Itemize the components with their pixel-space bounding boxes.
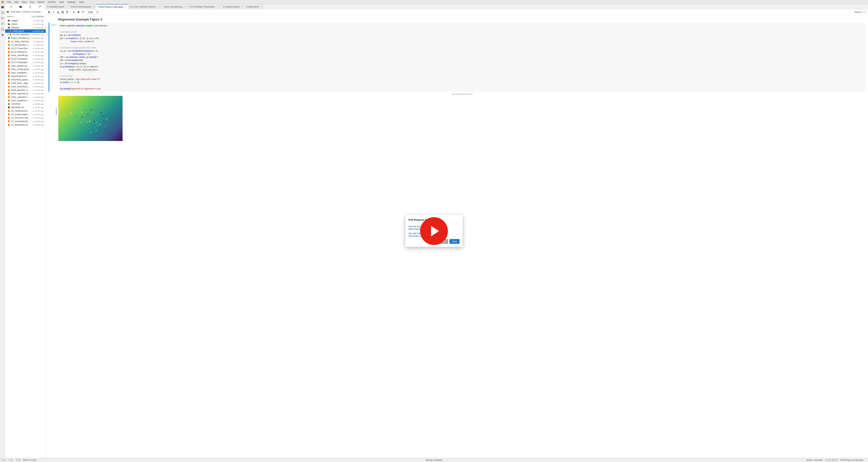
- file-row[interactable]: extra_autodiff.ipy...a month ago: [5, 54, 45, 57]
- markdown-heading[interactable]: Regression Example Figure 3: [58, 18, 865, 21]
- file-row[interactable]: 01_the_machine_l...5 minutes ago: [5, 33, 45, 36]
- close-icon[interactable]: [159, 6, 161, 8]
- scatter-point: [78, 118, 79, 120]
- close-icon[interactable]: [260, 6, 262, 8]
- commands-icon[interactable]: [1, 22, 4, 25]
- sort-name-header[interactable]: Name▲: [7, 15, 15, 18]
- file-row[interactable]: 14_recurrent_neu...a month ago: [5, 116, 45, 120]
- file-row[interactable]: extra_tensorflow_...a month ago: [5, 85, 45, 88]
- menu-view[interactable]: View: [20, 0, 28, 4]
- file-type-icon: [9, 33, 12, 36]
- file-row[interactable]: 13_convolutional_...a month ago: [5, 120, 45, 123]
- file-row[interactable]: 04.11-Settings-a...a month ago: [5, 50, 45, 54]
- menu-kernel[interactable]: Kernel: [36, 0, 46, 4]
- upload-button[interactable]: [29, 5, 32, 8]
- code-editor[interactable]: from matplotlib.collections import LineC…: [58, 23, 865, 92]
- file-row[interactable]: 04.12-Three-Dim...a month ago: [5, 47, 45, 50]
- tab[interactable]: example2.ipynb: [46, 4, 69, 9]
- file-row[interactable]: 04.14-Visualizati...a month ago: [5, 57, 45, 61]
- file-row[interactable]: 10_introduction_t...14 days ago: [5, 43, 45, 47]
- close-icon[interactable]: [125, 6, 127, 8]
- file-row[interactable]: 16_reinforcemen...a month ago: [5, 109, 45, 113]
- file-row[interactable]: future_encoders.py13 minutes ago: [5, 36, 45, 40]
- file-row[interactable]: tools_pandas.ipy...a month ago: [5, 64, 45, 67]
- file-row[interactable]: book_equations.i...a month ago: [5, 99, 45, 102]
- okay-button[interactable]: Okay: [450, 239, 460, 244]
- celltype-select[interactable]: Code: [86, 10, 99, 14]
- refresh-button[interactable]: [38, 5, 41, 8]
- menu-tabs[interactable]: Tabs: [58, 0, 66, 4]
- file-row[interactable]: imagesa month ago: [5, 19, 45, 22]
- stop-button[interactable]: [77, 10, 80, 14]
- running-icon[interactable]: [1, 11, 4, 14]
- new-folder-button[interactable]: [19, 5, 22, 8]
- extension-icon[interactable]: [1, 33, 4, 36]
- file-row[interactable]: extra_capsnets.ip...a month ago: [5, 92, 45, 95]
- tab[interactable]: analysis1.ipynb: [222, 4, 245, 9]
- file-row[interactable]: tensorflow_graph...a month ago: [5, 78, 45, 82]
- tab[interactable]: 01.03-Magic-Commands....: [187, 4, 222, 9]
- video-play-button[interactable]: [420, 217, 448, 245]
- file-row[interactable]: tools_numpy.ipynba month ago: [5, 67, 45, 71]
- tab[interactable]: 06.00-Figure-Code.ipynb: [96, 4, 128, 9]
- file-row[interactable]: 12_distributed_te...a month ago: [5, 123, 45, 127]
- status-document[interactable]: 06.00-Figure-Code.ipynb: [840, 459, 864, 461]
- menu-run[interactable]: Run: [28, 0, 36, 4]
- tab-strip: example2.ipynb02.08-Sorting.ipynb06.00-F…: [46, 4, 868, 9]
- file-list[interactable]: imagesa month agodockera month agodatase…: [5, 19, 45, 458]
- cut-button[interactable]: [57, 10, 60, 14]
- save-button[interactable]: [48, 10, 51, 14]
- status-tabs[interactable]: 7: [16, 459, 20, 461]
- close-icon[interactable]: [241, 6, 243, 8]
- file-row[interactable]: 15_autoencoders...a month ago: [5, 113, 45, 116]
- git-icon[interactable]: [1, 17, 4, 20]
- menu-git-plus[interactable]: Git-Plus: [46, 0, 58, 4]
- file-row[interactable]: tools_matplotlib.i...a month ago: [5, 71, 45, 74]
- file-row[interactable]: 04.13-Geographi...a month ago: [5, 61, 45, 64]
- svg-rect-18: [8, 72, 9, 74]
- status-kernels[interactable]: 1: [9, 459, 13, 461]
- menu-edit[interactable]: Edit: [13, 0, 20, 4]
- run-button[interactable]: [72, 10, 75, 14]
- status-terminals[interactable]: 0: [2, 459, 6, 461]
- file-row[interactable]: datasetsa month ago: [5, 26, 45, 29]
- scatter-point: [87, 114, 89, 115]
- file-type-icon: [8, 40, 10, 43]
- tab[interactable]: future_encoders.py: [162, 4, 187, 9]
- new-launcher-button[interactable]: [9, 5, 13, 8]
- tab[interactable]: 02.08-Sorting.ipynb: [69, 4, 96, 9]
- file-row[interactable]: requirements.txta month ago: [5, 74, 45, 78]
- close-icon[interactable]: [218, 6, 220, 8]
- menu-file[interactable]: File: [5, 0, 13, 4]
- scatter-point: [106, 118, 107, 120]
- svg-rect-20: [8, 79, 9, 81]
- file-row[interactable]: README.mda month ago: [5, 106, 45, 109]
- file-name: future_encoders.py: [11, 37, 29, 39]
- file-row[interactable]: index.ipynba minute ago: [5, 29, 45, 33]
- close-icon[interactable]: [66, 6, 68, 8]
- file-row[interactable]: LICENSEa month ago: [5, 102, 45, 106]
- restart-button[interactable]: [82, 10, 85, 14]
- folder-icon[interactable]: [1, 5, 4, 9]
- tabs-icon[interactable]: [1, 28, 4, 31]
- menu-settings[interactable]: Settings: [66, 0, 77, 4]
- file-row[interactable]: extra_capsnets-c...a month ago: [5, 95, 45, 99]
- scatter-point: [104, 126, 106, 127]
- kernel-name[interactable]: Python 3: [854, 11, 863, 13]
- status-kernel-state[interactable]: Python 3 | Idle: [23, 459, 36, 461]
- file-row[interactable]: 11_deep_learning...12 days ago: [5, 40, 45, 43]
- file-row[interactable]: math_linear_alge...a month ago: [5, 82, 45, 85]
- file-row[interactable]: dockera month ago: [5, 22, 45, 26]
- add-cell-button[interactable]: [52, 10, 55, 14]
- code-cell[interactable]: [13]: from matplotlib.collections import…: [49, 23, 865, 92]
- close-icon[interactable]: [184, 6, 186, 8]
- paste-button[interactable]: [66, 10, 69, 14]
- file-row[interactable]: extra_gradient_d...a month ago: [5, 88, 45, 92]
- menu-help[interactable]: Help: [77, 0, 85, 4]
- tab[interactable]: 01_the_machine_learning_...: [128, 4, 162, 9]
- sort-modified-header[interactable]: Last Modified: [32, 15, 44, 18]
- copy-button[interactable]: [61, 10, 64, 14]
- tab[interactable]: index.ipynb: [245, 4, 264, 9]
- breadcrumb[interactable]: / workspace / handson-ml-private /: [5, 9, 45, 14]
- close-icon[interactable]: [93, 6, 95, 8]
